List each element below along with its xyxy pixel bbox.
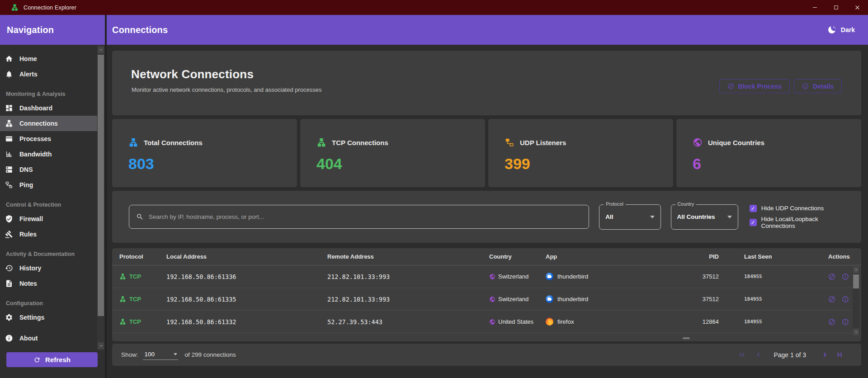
- sidebar-item-label: About: [19, 335, 38, 342]
- maximize-button[interactable]: [826, 0, 847, 15]
- network-connections-panel: Network Connections Monitor active netwo…: [112, 51, 861, 115]
- arrow-up-icon: [99, 47, 104, 52]
- table-row[interactable]: TCP192.168.50.86:61335212.82.101.33:993S…: [112, 288, 861, 311]
- sidebar-item-settings[interactable]: Settings: [0, 310, 97, 325]
- alerts-icon: [5, 70, 13, 78]
- sidebar-item-processes[interactable]: Processes: [0, 131, 97, 146]
- remote-address-cell: 52.27.39.53:443: [327, 318, 489, 326]
- sidebar-item-firewall[interactable]: Firewall: [0, 211, 97, 227]
- minimize-button[interactable]: [804, 0, 826, 15]
- scroll-up-icon[interactable]: [98, 47, 104, 53]
- refresh-button[interactable]: Refresh: [6, 352, 98, 367]
- close-icon: [854, 4, 861, 11]
- sidebar-item-label: Alerts: [19, 71, 38, 78]
- sidebar-scrollbar[interactable]: [97, 45, 104, 350]
- sidebar-item-home[interactable]: Home: [0, 51, 97, 66]
- block-connection-button[interactable]: [828, 296, 835, 303]
- sidebar-item-bandwidth[interactable]: Bandwidth: [0, 146, 97, 162]
- rules-icon: [5, 230, 13, 238]
- block-icon: [828, 296, 835, 303]
- sidebar-item-dns[interactable]: DNS: [0, 162, 97, 177]
- stat-value: 6: [693, 155, 861, 173]
- remote-address-cell: 212.82.101.33:993: [327, 296, 489, 303]
- lan-icon: [5, 119, 13, 128]
- horizontal-scrollbar-thumb[interactable]: [683, 337, 690, 339]
- sidebar-item-ping[interactable]: Ping: [0, 177, 97, 193]
- page-header: Connections Dark: [107, 15, 868, 45]
- protocol-label: TCP: [129, 273, 141, 280]
- country-select[interactable]: Country All Countries: [671, 204, 738, 230]
- protocol-select-value: All: [605, 213, 613, 220]
- page-size-value: 100: [145, 351, 155, 358]
- close-button[interactable]: [847, 0, 868, 15]
- local-address-cell: 192.168.50.86:61332: [166, 318, 327, 326]
- connection-details-button[interactable]: [842, 296, 849, 303]
- sidebar-item-label: Home: [19, 55, 37, 62]
- chevron-down-icon: [174, 353, 177, 355]
- sidebar-item-label: Connections: [19, 120, 58, 127]
- show-label: Show:: [121, 351, 138, 358]
- checkbox-checked-icon[interactable]: ✓: [750, 219, 757, 226]
- sidebar-item-alerts[interactable]: Alerts: [0, 66, 97, 82]
- col-header-country: Country: [489, 253, 546, 260]
- block-icon: [828, 273, 835, 280]
- processes-icon: [5, 135, 13, 143]
- scrollbar-thumb[interactable]: [98, 55, 104, 316]
- connection-details-button[interactable]: [842, 318, 849, 326]
- sidebar-item-connections[interactable]: Connections: [0, 116, 97, 131]
- scrollbar-thumb[interactable]: [853, 274, 859, 288]
- moon-icon: [827, 25, 836, 34]
- hide-local-loopback-connections-checkbox-row[interactable]: ✓Hide Local/Loopback Connections: [750, 216, 853, 229]
- checkbox-checked-icon[interactable]: ✓: [750, 205, 757, 212]
- sidebar-section-activity-documentation: Activity & Documentation: [0, 242, 97, 260]
- first-page-button[interactable]: [738, 350, 746, 359]
- table-row[interactable]: TCP192.168.50.86:6133252.27.39.53:443Uni…: [112, 311, 861, 333]
- sidebar-item-about[interactable]: About: [0, 331, 97, 346]
- protocol-label: TCP: [129, 318, 141, 325]
- firewall-icon: [5, 215, 13, 223]
- panel-actions: Block ProcessDetails: [719, 79, 842, 93]
- details-button[interactable]: Details: [794, 79, 842, 93]
- stat-value: 404: [316, 155, 485, 173]
- country-label: United States: [498, 318, 533, 325]
- next-page-button[interactable]: [821, 350, 829, 359]
- last-seen-cell: 184955: [719, 296, 798, 302]
- refresh-icon: [33, 356, 41, 364]
- sidebar-item-dashboard[interactable]: Dashboard: [0, 100, 97, 116]
- pid-cell: 37512: [659, 273, 719, 280]
- scroll-down-icon[interactable]: [853, 329, 859, 335]
- scroll-up-icon[interactable]: [853, 267, 859, 273]
- app-cell: thunderbird: [546, 295, 659, 303]
- sidebar-item-notes[interactable]: Notes: [0, 276, 97, 291]
- stat-label: Total Connections: [144, 139, 203, 146]
- scroll-down-icon[interactable]: [98, 342, 104, 349]
- actions-cell: [798, 318, 861, 326]
- sidebar-item-rules[interactable]: Rules: [0, 227, 97, 242]
- app-label: thunderbird: [557, 296, 588, 302]
- sidebar-item-history[interactable]: History: [0, 260, 97, 276]
- search-input[interactable]: Search by IP, hostname, process, or port…: [129, 205, 589, 229]
- page-size-select[interactable]: 100: [143, 350, 178, 360]
- theme-toggle[interactable]: Dark: [827, 25, 855, 34]
- connection-details-button[interactable]: [842, 273, 849, 280]
- checkbox-label: Hide UDP Connections: [761, 205, 824, 212]
- lan-icon: [128, 137, 138, 147]
- block-process-button[interactable]: Block Process: [719, 79, 790, 93]
- table-row[interactable]: TCP192.168.50.86:61336212.82.101.33:993S…: [112, 265, 861, 288]
- block-connection-button[interactable]: [828, 273, 835, 280]
- col-header-pid: PID: [659, 253, 719, 260]
- table-footer: Show: 100 of 299 connections Page 1 of 3: [112, 344, 861, 366]
- sidebar-section-control-protection: Control & Protection: [0, 193, 97, 211]
- block-connection-button[interactable]: [828, 318, 835, 326]
- protocol-select[interactable]: Protocol All: [599, 204, 660, 230]
- stat-label: TCP Connections: [332, 139, 388, 146]
- table-scrollbar[interactable]: [853, 267, 859, 335]
- sidebar-title: Navigation: [0, 15, 105, 45]
- hide-udp-connections-checkbox-row[interactable]: ✓Hide UDP Connections: [750, 205, 853, 212]
- local-address-cell: 192.168.50.86:61335: [166, 296, 327, 303]
- button-label: Details: [813, 83, 834, 90]
- last-page-button[interactable]: [835, 350, 844, 359]
- filter-bar: Search by IP, hostname, process, or port…: [112, 191, 861, 243]
- previous-page-button[interactable]: [754, 350, 763, 359]
- stat-card-unique-countries: Unique Countries6: [676, 119, 861, 187]
